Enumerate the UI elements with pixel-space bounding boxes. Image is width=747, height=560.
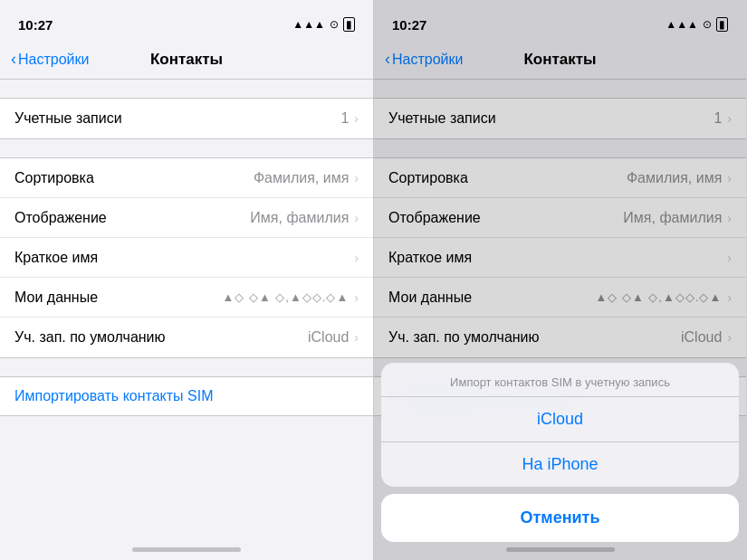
row-sort-left[interactable]: Сортировка Фамилия, имя › <box>0 158 373 198</box>
nav-bar-left: ‹ Настройки Контакты <box>0 40 373 80</box>
display-right-left: Имя, фамилия › <box>250 210 359 226</box>
content-left: Учетные записи 1 › Сортировка Фамилия, и… <box>0 80 373 542</box>
action-sheet-iphone-btn[interactable]: На iPhone <box>381 442 739 487</box>
shortname-label-left: Краткое имя <box>14 250 98 266</box>
wifi-icon-left: ⊙ <box>330 18 339 31</box>
row-display-left[interactable]: Отображение Имя, фамилия › <box>0 198 373 238</box>
status-time-left: 10:27 <box>18 17 53 33</box>
action-sheet-cancel-btn[interactable]: Отменить <box>381 494 739 542</box>
shortname-right-left: › <box>352 251 359 265</box>
group-display-left: Сортировка Фамилия, имя › Отображение Им… <box>0 157 373 358</box>
row-accounts-left[interactable]: Учетные записи 1 › <box>0 99 373 138</box>
sort-right-left: Фамилия, имя › <box>254 170 359 186</box>
default-account-value-left: iCloud <box>308 329 349 346</box>
section-display-left: Сортировка Фамилия, имя › Отображение Им… <box>0 157 373 358</box>
shortname-chevron-left: › <box>354 251 359 265</box>
group-accounts-left: Учетные записи 1 › <box>0 98 373 139</box>
nav-title-left: Контакты <box>150 51 223 69</box>
import-sim-section-left: Импортировать контакты SIM <box>0 376 373 416</box>
section-accounts-left: Учетные записи 1 › <box>0 98 373 139</box>
mydata-value-left: ▲◇ ◇▲ ◇,▲◇◇.◇▲ <box>222 290 349 304</box>
signal-icon-left: ▲▲▲ <box>292 18 325 31</box>
default-account-label-left: Уч. зап. по умолчанию <box>14 329 166 346</box>
accounts-chevron-left: › <box>354 111 359 126</box>
sort-label-left: Сортировка <box>14 170 94 186</box>
home-bar-right <box>506 547 615 552</box>
display-chevron-left: › <box>354 211 359 225</box>
status-bar-left: 10:27 ▲▲▲ ⊙ ▮ <box>0 0 373 40</box>
battery-icon-left: ▮ <box>343 17 355 32</box>
display-label-left: Отображение <box>14 210 107 226</box>
action-sheet: Импорт контактов SIM в учетную запись iC… <box>381 363 739 487</box>
action-sheet-title: Импорт контактов SIM в учетную запись <box>381 363 739 397</box>
row-mydata-left[interactable]: Мои данные ▲◇ ◇▲ ◇,▲◇◇.◇▲ › <box>0 278 373 318</box>
modal-overlay: Импорт контактов SIM в учетную запись iC… <box>374 0 746 560</box>
mydata-chevron-left: › <box>354 290 359 305</box>
default-account-chevron-left: › <box>354 330 359 345</box>
nav-back-left[interactable]: ‹ Настройки <box>11 50 89 69</box>
accounts-value-left: 1 <box>340 110 349 127</box>
sort-chevron-left: › <box>354 171 359 185</box>
nav-back-label-left: Настройки <box>18 52 89 68</box>
right-phone-screen: 10:27 ▲▲▲ ⊙ ▮ ‹ Настройки Контакты Учетн… <box>373 0 746 560</box>
home-bar-left <box>132 547 241 552</box>
display-value-left: Имя, фамилия <box>250 210 349 226</box>
default-account-right-left: iCloud › <box>308 329 359 346</box>
left-phone-screen: 10:27 ▲▲▲ ⊙ ▮ ‹ Настройки Контакты Учетн… <box>0 0 373 560</box>
accounts-right-left: 1 › <box>340 110 359 127</box>
action-sheet-icloud-btn[interactable]: iCloud <box>381 397 739 442</box>
modal-container: Импорт контактов SIM в учетную запись iC… <box>381 363 739 542</box>
accounts-label-left: Учетные записи <box>14 110 122 127</box>
status-icons-left: ▲▲▲ ⊙ ▮ <box>292 17 355 32</box>
mydata-label-left: Мои данные <box>14 289 98 306</box>
mydata-right-left: ▲◇ ◇▲ ◇,▲◇◇.◇▲ › <box>222 290 359 305</box>
row-default-account-left[interactable]: Уч. зап. по умолчанию iCloud › <box>0 318 373 357</box>
back-arrow-icon-left: ‹ <box>11 50 16 69</box>
row-shortname-left[interactable]: Краткое имя › <box>0 238 373 278</box>
sort-value-left: Фамилия, имя <box>254 170 349 186</box>
home-indicator-left <box>0 542 373 560</box>
import-sim-link-left[interactable]: Импортировать контакты SIM <box>0 377 373 415</box>
